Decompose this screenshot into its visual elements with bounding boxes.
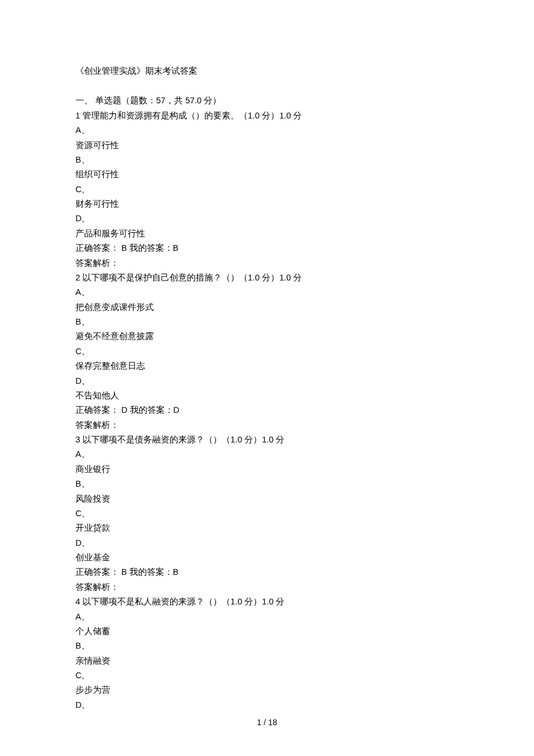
option-text: 创业基金 — [75, 550, 459, 565]
option-label: C、 — [75, 668, 459, 683]
option-text: 商业银行 — [75, 462, 459, 477]
option-label: C、 — [75, 182, 459, 197]
option-text: 组织可行性 — [75, 167, 459, 182]
page-number: 1 / 18 — [0, 715, 534, 730]
option-label: A、 — [75, 285, 459, 300]
option-text: 风险投资 — [75, 492, 459, 506]
option-label: B、 — [75, 153, 459, 167]
document-page: 《创业管理实战》期末考试答案 一、 单选题（题数：57，共 57.0 分） 1 … — [0, 0, 534, 756]
section-heading: 一、 单选题（题数：57，共 57.0 分） — [75, 93, 459, 108]
option-text: 产品和服务可行性 — [75, 226, 459, 241]
option-label: A、 — [75, 123, 459, 138]
option-text: 财务可行性 — [75, 197, 459, 211]
option-label: D、 — [75, 536, 459, 550]
analysis-line: 答案解析： — [75, 256, 459, 271]
analysis-line: 答案解析： — [75, 580, 459, 595]
answer-line: 正确答案： B 我的答案：B — [75, 241, 459, 255]
option-label: D、 — [75, 211, 459, 226]
option-label: A、 — [75, 610, 459, 624]
option-text: 不告知他人 — [75, 388, 459, 403]
document-content: 《创业管理实战》期末考试答案 一、 单选题（题数：57，共 57.0 分） 1 … — [75, 64, 459, 712]
option-label: C、 — [75, 506, 459, 521]
answer-line: 正确答案： B 我的答案：B — [75, 565, 459, 579]
question-stem: 3 以下哪项不是债务融资的来源？（）（1.0 分）1.0 分 — [75, 433, 459, 447]
option-text: 资源可行性 — [75, 138, 459, 153]
option-label: C、 — [75, 344, 459, 359]
answer-line: 正确答案： D 我的答案：D — [75, 403, 459, 417]
option-text: 保存完整创意日志 — [75, 359, 459, 373]
option-label: D、 — [75, 698, 459, 712]
option-text: 步步为营 — [75, 683, 459, 697]
document-title: 《创业管理实战》期末考试答案 — [75, 64, 459, 78]
option-text: 个人储蓄 — [75, 624, 459, 639]
question-stem: 4 以下哪项不是私人融资的来源？（）（1.0 分）1.0 分 — [75, 595, 459, 609]
option-text: 亲情融资 — [75, 654, 459, 668]
option-label: D、 — [75, 374, 459, 388]
analysis-line: 答案解析： — [75, 418, 459, 433]
question-stem: 1 管理能力和资源拥有是构成（）的要素。（1.0 分）1.0 分 — [75, 109, 459, 123]
option-text: 避免不经意创意披露 — [75, 329, 459, 344]
option-text: 开业贷款 — [75, 521, 459, 535]
option-text: 把创意变成课件形式 — [75, 300, 459, 315]
question-stem: 2 以下哪项不是保护自己创意的措施？（）（1.0 分）1.0 分 — [75, 271, 459, 285]
option-label: A、 — [75, 447, 459, 462]
option-label: B、 — [75, 477, 459, 491]
option-label: B、 — [75, 639, 459, 653]
option-label: B、 — [75, 315, 459, 329]
